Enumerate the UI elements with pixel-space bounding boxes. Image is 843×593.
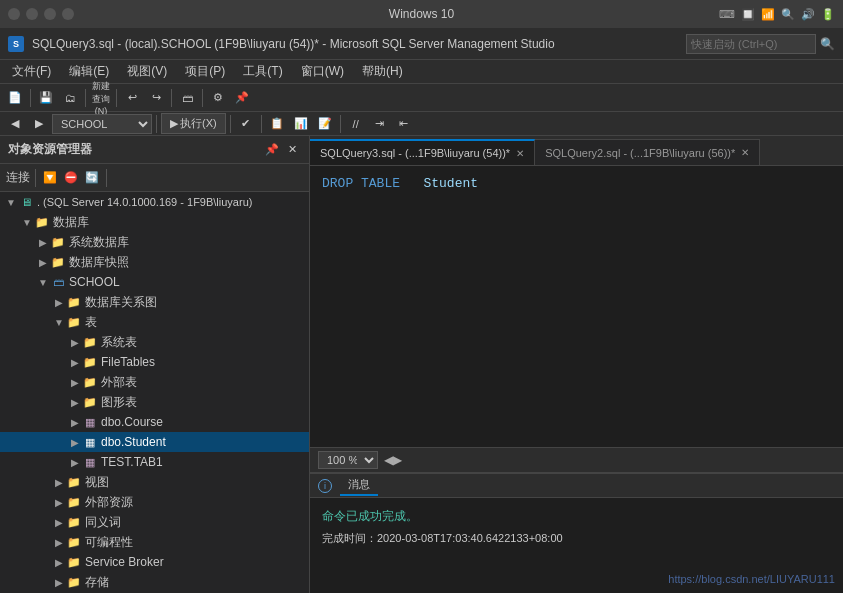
storage-label: 存储 [85, 574, 309, 591]
tl-extra[interactable] [62, 8, 74, 20]
redo-btn[interactable]: ↪ [145, 87, 167, 109]
expander-prog: ▶ [52, 535, 66, 549]
folder-icon-storage: 📁 [66, 574, 82, 590]
expander-filetables: ▶ [68, 355, 82, 369]
expander-course: ▶ [68, 415, 82, 429]
table-icon-course: ▦ [82, 414, 98, 430]
table-icon-student: ▦ [82, 434, 98, 450]
query-tab-2-label: SQLQuery2.sql - (...1F9B\liuyaru (56))* [545, 147, 735, 159]
nav-back-btn[interactable]: ◀ [4, 113, 26, 135]
menu-project[interactable]: 项目(P) [177, 61, 233, 82]
tree-filetables[interactable]: ▶ 📁 FileTables [0, 352, 309, 372]
expander-school: ▼ [36, 275, 50, 289]
completion-message: 命令已成功完成。 [322, 506, 831, 528]
window-title: Windows 10 [389, 7, 454, 21]
tab-2-close[interactable]: ✕ [741, 147, 749, 158]
pin-panel-btn[interactable]: 📌 [263, 141, 281, 159]
menu-window[interactable]: 窗口(W) [293, 61, 352, 82]
sep-panel2 [106, 169, 107, 187]
databases-label: 数据库 [53, 214, 309, 231]
tree-course[interactable]: ▶ ▦ dbo.Course [0, 412, 309, 432]
new-query-btn2[interactable]: 新建查询(N) [90, 87, 112, 109]
tree-ext-resources[interactable]: ▶ 📁 外部资源 [0, 492, 309, 512]
tree-server[interactable]: ▼ 🖥 . (SQL Server 14.0.1000.169 - 1F9B\l… [0, 192, 309, 212]
views-label: 视图 [85, 474, 309, 491]
folder-icon-snapshots: 📁 [50, 254, 66, 270]
app-icon: S [8, 36, 24, 52]
tree-sys-tables[interactable]: ▶ 📁 系统表 [0, 332, 309, 352]
folder-icon-sb: 📁 [66, 554, 82, 570]
database-selector[interactable]: SCHOOL [52, 114, 152, 134]
query-tab-1[interactable]: SQLQuery3.sql - (...1F9B\liuyaru (54))* … [310, 139, 535, 165]
sep6 [156, 115, 157, 133]
traffic-lights [8, 8, 74, 20]
indent-btn[interactable]: ⇥ [369, 113, 391, 135]
menu-help[interactable]: 帮助(H) [354, 61, 411, 82]
results-btn1[interactable]: 📋 [266, 113, 288, 135]
right-panel: SQLQuery3.sql - (...1F9B\liuyaru (54))* … [310, 136, 843, 593]
expander-views: ▶ [52, 475, 66, 489]
save-btn[interactable]: 💾 [35, 87, 57, 109]
course-label: dbo.Course [101, 415, 309, 429]
stop-btn[interactable]: ⛔ [62, 169, 80, 187]
save-all-btn[interactable]: 🗂 [59, 87, 81, 109]
nav-fwd-btn[interactable]: ▶ [28, 113, 50, 135]
tree-tab1[interactable]: ▶ ▦ TEST.TAB1 [0, 452, 309, 472]
tree-graph-tables[interactable]: ▶ 📁 图形表 [0, 392, 309, 412]
school-label: SCHOOL [69, 275, 309, 289]
close-panel-btn[interactable]: ✕ [283, 141, 301, 159]
new-query-btn[interactable]: 📄 [4, 87, 26, 109]
expander-synonyms: ▶ [52, 515, 66, 529]
tree-external-tables[interactable]: ▶ 📁 外部表 [0, 372, 309, 392]
tree-tables[interactable]: ▼ 📁 表 [0, 312, 309, 332]
execute-btn[interactable]: ▶ 执行(X) [161, 113, 226, 134]
panel-actions: 📌 ✕ [263, 141, 301, 159]
query-tab-2[interactable]: SQLQuery2.sql - (...1F9B\liuyaru (56))* … [535, 139, 760, 165]
results-btn2[interactable]: 📊 [290, 113, 312, 135]
zoom-selector[interactable]: 100 % [318, 451, 378, 469]
parse-btn[interactable]: ✔ [235, 113, 257, 135]
ext-tables-label: 外部表 [101, 374, 309, 391]
results-tab-messages[interactable]: 消息 [340, 475, 378, 496]
student-label: dbo.Student [101, 435, 309, 449]
sep9 [340, 115, 341, 133]
expander-tables: ▼ [52, 315, 66, 329]
folder-icon-ext-res: 📁 [66, 494, 82, 510]
tree-snapshots[interactable]: ▶ 📁 数据库快照 [0, 252, 309, 272]
tree-databases[interactable]: ▼ 📁 数据库 [0, 212, 309, 232]
tl-minimize[interactable] [26, 8, 38, 20]
tree-synonyms[interactable]: ▶ 📁 同义词 [0, 512, 309, 532]
settings-btn[interactable]: ⚙ [207, 87, 229, 109]
outdent-btn[interactable]: ⇤ [393, 113, 415, 135]
tree-storage[interactable]: ▶ 📁 存储 [0, 572, 309, 592]
sep3 [116, 89, 117, 107]
tree-school[interactable]: ▼ 🗃 SCHOOL [0, 272, 309, 292]
code-editor[interactable]: DROP TABLE Student [310, 166, 843, 447]
menu-file[interactable]: 文件(F) [4, 61, 59, 82]
filter-btn[interactable]: 🔽 [41, 169, 59, 187]
keyboard-icon: ⌨ [719, 8, 735, 21]
menu-tools[interactable]: 工具(T) [235, 61, 290, 82]
menu-view[interactable]: 视图(V) [119, 61, 175, 82]
tl-maximize[interactable] [44, 8, 56, 20]
tab-1-close[interactable]: ✕ [516, 148, 524, 159]
tree-views[interactable]: ▶ 📁 视图 [0, 472, 309, 492]
comment-btn[interactable]: // [345, 113, 367, 135]
quick-launch-input[interactable] [686, 34, 816, 54]
diagram-btn[interactable]: 🗃 [176, 87, 198, 109]
results-icon: i [318, 479, 332, 493]
search-icon: 🔍 [781, 8, 795, 21]
tree-diagrams[interactable]: ▶ 📁 数据库关系图 [0, 292, 309, 312]
undo-btn[interactable]: ↩ [121, 87, 143, 109]
expander-diagrams: ▶ [52, 295, 66, 309]
folder-icon-diagrams: 📁 [66, 294, 82, 310]
search-btn-icon[interactable]: 🔍 [820, 37, 835, 51]
tree-student[interactable]: ▶ ▦ dbo.Student [0, 432, 309, 452]
tree-system-db[interactable]: ▶ 📁 系统数据库 [0, 232, 309, 252]
tree-programmability[interactable]: ▶ 📁 可编程性 [0, 532, 309, 552]
results-btn3[interactable]: 📝 [314, 113, 336, 135]
pin-btn[interactable]: 📌 [231, 87, 253, 109]
refresh-btn[interactable]: 🔄 [83, 169, 101, 187]
tree-service-broker[interactable]: ▶ 📁 Service Broker [0, 552, 309, 572]
tl-close[interactable] [8, 8, 20, 20]
